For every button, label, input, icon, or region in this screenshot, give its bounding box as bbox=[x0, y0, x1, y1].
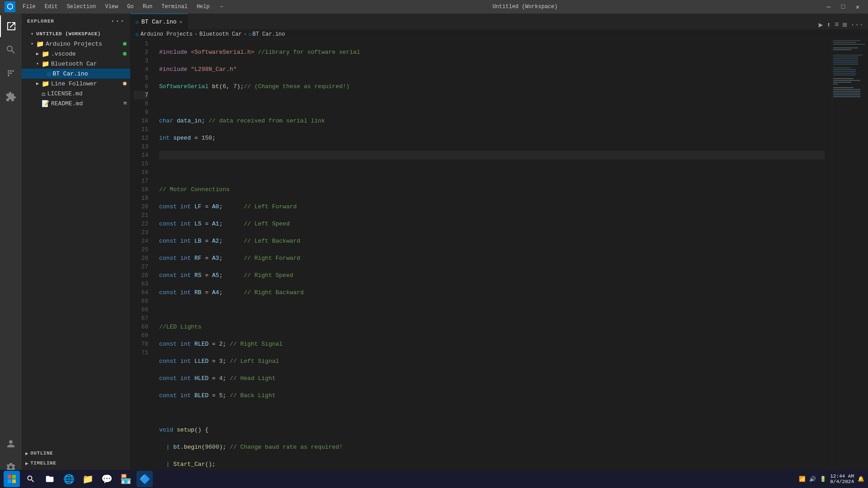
svg-rect-12 bbox=[833, 69, 856, 70]
readme-label: README.md bbox=[51, 100, 83, 107]
svg-rect-27 bbox=[12, 475, 16, 479]
menu-view[interactable]: View bbox=[101, 3, 122, 11]
svg-rect-19 bbox=[833, 84, 838, 84]
sidebar-item-vscode[interactable]: ▶ 📁 .vscode bbox=[22, 49, 130, 59]
sidebar-item-bt-car-ino[interactable]: ◎ BT Car.ino bbox=[22, 69, 130, 79]
code-line-10: const int LF = A0; // Left Forward bbox=[159, 202, 825, 211]
split-button[interactable]: ⊞ bbox=[843, 20, 847, 29]
taskbar-vscode[interactable]: 🔷 bbox=[137, 471, 153, 487]
code-line-9: // Motor Connections bbox=[159, 185, 825, 194]
close-button[interactable]: ✕ bbox=[852, 2, 863, 11]
code-line-18: const int RLED = 2; // Right Signal bbox=[159, 340, 825, 348]
sidebar-header: Explorer ··· bbox=[22, 14, 130, 29]
sidebar-more-button[interactable]: ··· bbox=[111, 17, 125, 25]
menu-selection[interactable]: Selection bbox=[63, 3, 100, 11]
arduino-projects-chevron: ▾ bbox=[29, 41, 35, 47]
menu-edit[interactable]: Edit bbox=[41, 3, 61, 11]
tab-label: BT Car.ino bbox=[142, 19, 177, 25]
editor-area: ◎ BT Car.ino ✕ ▶ ⬆ ≡ ⊞ ··· ◎ Arduino Pro… bbox=[130, 14, 868, 478]
tab-file-icon: ◎ bbox=[136, 19, 139, 25]
code-line-17: //LED Lights bbox=[159, 323, 825, 331]
vscode-chevron: ▶ bbox=[34, 51, 41, 56]
folder-icon: 📁 bbox=[36, 40, 44, 48]
sidebar-item-license[interactable]: ⚖ LICENSE.md bbox=[22, 89, 130, 99]
activity-extensions[interactable] bbox=[0, 86, 22, 108]
code-line-22 bbox=[159, 408, 825, 417]
workspace-root[interactable]: ▾ UNTITLED (WORKSPACE) bbox=[22, 29, 130, 39]
taskbar-search[interactable] bbox=[23, 471, 39, 487]
menu-file[interactable]: File bbox=[19, 3, 39, 11]
breadcrumb-arduino-projects[interactable]: Arduino Projects bbox=[141, 31, 193, 38]
code-line-19: const int LLED = 3; // Left Signal bbox=[159, 357, 825, 366]
activity-search[interactable] bbox=[0, 39, 22, 61]
taskbar-explorer[interactable]: 📁 bbox=[80, 471, 96, 487]
vscode-label: .vscode bbox=[51, 51, 76, 57]
sidebar-item-readme[interactable]: 📝 README.md M bbox=[22, 99, 130, 108]
breadcrumb-sep-2: › bbox=[244, 31, 247, 38]
run-button[interactable]: ▶ bbox=[819, 20, 823, 29]
title-bar: ⬡ File Edit Selection View Go Run Termin… bbox=[0, 0, 868, 14]
code-line-21: const int BLED = 5; // Back Light bbox=[159, 391, 825, 400]
code-content[interactable]: #include <SoftwareSerial.h> //library fo… bbox=[152, 39, 832, 478]
menu-go[interactable]: Go bbox=[123, 3, 137, 11]
sidebar-item-bluetooth-car[interactable]: ▾ 📁 Bluetooth Car bbox=[22, 59, 130, 69]
bt-car-file-icon: ◎ bbox=[47, 70, 51, 78]
menu-run[interactable]: Run bbox=[139, 3, 156, 11]
taskbar-time: 12:44 AM bbox=[830, 474, 854, 479]
timeline-label: TIMELINE bbox=[30, 460, 56, 466]
menu-bar: File Edit Selection View Go Run Terminal… bbox=[19, 3, 213, 11]
sidebar-item-arduino-projects[interactable]: ▾ 📁 Arduino Projects bbox=[22, 39, 130, 49]
activity-source-control[interactable] bbox=[0, 62, 22, 84]
svg-rect-24 bbox=[833, 94, 860, 95]
taskbar-start[interactable] bbox=[4, 471, 20, 487]
license-label: LICENSE.md bbox=[47, 90, 82, 97]
tab-bt-car-ino[interactable]: ◎ BT Car.ino ✕ bbox=[130, 14, 188, 29]
timeline-section[interactable]: ▶ TIMELINE bbox=[22, 458, 130, 468]
timeline-chevron: ▶ bbox=[25, 460, 28, 466]
svg-rect-15 bbox=[833, 75, 856, 75]
tab-close-button[interactable]: ✕ bbox=[179, 19, 183, 25]
menu-terminal[interactable]: Terminal bbox=[158, 3, 191, 11]
taskbar-datetime[interactable]: 12:44 AM 8/4/2024 bbox=[830, 474, 854, 484]
taskbar-network-icon: 📶 bbox=[799, 476, 806, 483]
taskbar-store[interactable]: 🏪 bbox=[118, 471, 134, 487]
code-line-2: #include "L298N_Car.h" bbox=[159, 65, 825, 74]
taskbar-files[interactable] bbox=[42, 471, 58, 487]
taskbar-notifications[interactable]: 🔔 bbox=[858, 476, 864, 483]
code-line-6: int speed = 150; bbox=[159, 134, 825, 142]
breadcrumb-icon: ◎ bbox=[249, 31, 252, 37]
titlebar-controls: — □ ✕ bbox=[823, 2, 863, 11]
upload-button[interactable]: ⬆ bbox=[826, 20, 831, 29]
svg-rect-2 bbox=[833, 44, 865, 45]
menu-help[interactable]: Help bbox=[193, 3, 213, 11]
vscode-badge bbox=[123, 52, 127, 56]
svg-rect-0 bbox=[833, 40, 860, 41]
breadcrumb: ◎ Arduino Projects › Bluetooth Car › ◎ B… bbox=[130, 29, 868, 39]
more-button[interactable]: ··· bbox=[850, 21, 863, 29]
breadcrumb-bluetooth-car[interactable]: Bluetooth Car bbox=[199, 31, 242, 38]
arduino-projects-label: Arduino Projects bbox=[46, 41, 102, 47]
outline-section[interactable]: ▶ OUTLINE bbox=[22, 448, 130, 458]
svg-rect-9 bbox=[833, 62, 858, 63]
svg-rect-28 bbox=[8, 479, 11, 483]
code-line-25: | Start_Car(); bbox=[159, 460, 825, 469]
activity-explorer[interactable] bbox=[0, 15, 22, 37]
taskbar-date: 8/4/2024 bbox=[830, 479, 854, 484]
nav-back[interactable]: ← bbox=[217, 3, 227, 11]
sidebar-item-line-follower[interactable]: ▶ 📁 Line Follower bbox=[22, 79, 130, 89]
code-line-8 bbox=[159, 168, 825, 177]
breadcrumb-bt-car-ino[interactable]: BT Car.ino bbox=[253, 31, 285, 38]
activity-account[interactable] bbox=[0, 433, 22, 455]
svg-rect-20 bbox=[833, 87, 854, 88]
maximize-button[interactable]: □ bbox=[837, 2, 849, 11]
menu-button[interactable]: ≡ bbox=[835, 21, 839, 29]
minimize-button[interactable]: — bbox=[823, 2, 835, 11]
code-editor[interactable]: 12345 678910 1112131415 1617181920 21222… bbox=[130, 39, 868, 478]
code-line-12: const int LB = A2; // Left Backward bbox=[159, 237, 825, 245]
svg-rect-10 bbox=[833, 64, 858, 65]
taskbar-chrome[interactable]: 🌐 bbox=[61, 471, 77, 487]
svg-rect-13 bbox=[833, 71, 856, 72]
svg-rect-5 bbox=[833, 55, 863, 56]
taskbar-whatsapp[interactable]: 💬 bbox=[99, 471, 115, 487]
line-follower-badge bbox=[123, 82, 127, 85]
